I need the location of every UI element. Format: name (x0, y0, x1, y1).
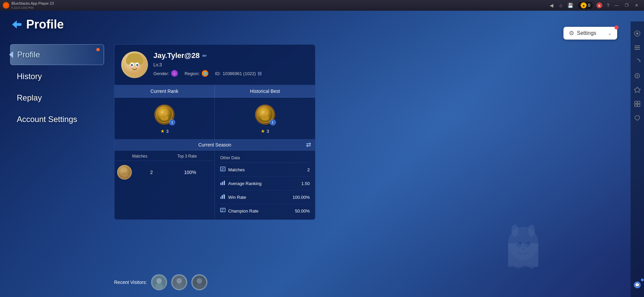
other-data-title: Other Data (220, 156, 240, 160)
back-button[interactable] (10, 19, 22, 30)
profile-info: Jay.Tyler@28 ✏ Lv.3 Gender: ♀ (153, 51, 308, 77)
avg-ranking-value: 1.50 (301, 181, 310, 186)
historical-rank-number-badge: I (270, 119, 276, 125)
stats-grid: Matches Top 3 Rate (114, 151, 315, 220)
svg-point-61 (522, 248, 525, 250)
visitor-2-avatar[interactable] (171, 274, 187, 290)
right-sidebar-icon-5[interactable] (632, 84, 643, 95)
matches-data-icon (220, 166, 226, 173)
profile-level: Lv.3 (153, 62, 308, 67)
svg-text:🌐: 🌐 (203, 71, 207, 76)
avatar (121, 51, 148, 78)
svg-rect-39 (224, 195, 225, 199)
visitor-1-avatar[interactable] (151, 274, 167, 290)
home-nav-icon[interactable]: ⌂ (557, 2, 564, 9)
copy-id-icon[interactable]: ⊟ (258, 71, 262, 76)
edit-profile-icon[interactable]: ✏ (202, 53, 207, 59)
svg-rect-36 (224, 181, 225, 185)
svg-point-21 (160, 115, 168, 121)
restore-button[interactable]: ❐ (622, 1, 631, 10)
sidebar-item-replay[interactable]: Replay (10, 88, 104, 108)
settings-button[interactable]: ⚙ Settings ⌄ (563, 27, 617, 40)
stats-data-row: 2 100% (114, 161, 214, 184)
champion-rate-icon (220, 207, 226, 214)
recent-visitors-section: Recent Visitors: (114, 274, 207, 290)
sidebar-item-history[interactable]: History (10, 66, 104, 86)
profile-name-row: Jay.Tyler@28 ✏ (153, 51, 308, 60)
right-sidebar-icon-6[interactable] (632, 99, 643, 109)
svg-point-46 (155, 284, 163, 289)
svg-marker-2 (12, 20, 17, 28)
svg-rect-74 (635, 104, 637, 107)
sidebar-history-label: History (17, 72, 42, 81)
region-label: Region: (185, 71, 200, 76)
sidebar-replay-label: Replay (17, 93, 42, 102)
profile-header: Jay.Tyler@28 ✏ Lv.3 Gender: ♀ (114, 45, 315, 85)
svg-point-29 (121, 172, 128, 177)
profile-username: Jay.Tyler@28 (153, 51, 200, 60)
recent-visitors-label: Recent Visitors: (114, 280, 147, 285)
right-sidebar-icon-3[interactable] (632, 56, 643, 67)
right-sidebar-icon-4[interactable] (632, 70, 643, 81)
svg-point-11 (136, 64, 138, 66)
coin-icon: ● (581, 2, 587, 8)
app-logo (3, 2, 9, 9)
svg-point-55 (511, 225, 518, 237)
svg-point-51 (197, 278, 202, 284)
svg-rect-3 (16, 23, 21, 26)
help-icon[interactable]: ? (604, 2, 612, 9)
svg-rect-34 (220, 183, 221, 185)
id-field: ID: 10386961 (1022) ⊟ (215, 71, 262, 76)
chat-button[interactable]: 💬 (632, 280, 643, 290)
right-sidebar-icon-2[interactable] (632, 42, 643, 53)
right-sidebar-icon-7[interactable] (632, 113, 643, 123)
right-sidebar-icon-1[interactable] (632, 28, 643, 39)
svg-rect-75 (638, 104, 640, 107)
matches-col-header: Matches (132, 154, 147, 159)
svg-point-63 (636, 33, 638, 35)
gender-field: Gender: ♀ (153, 70, 178, 77)
svg-point-25 (261, 115, 269, 121)
sidebar-notification-dot (96, 48, 100, 51)
current-rank-stars: ★ 3 (160, 128, 168, 134)
close-button[interactable]: ✕ (632, 1, 641, 10)
win-rate-label: Win Rate (228, 195, 246, 200)
svg-rect-38 (222, 196, 223, 199)
season-header: Current Season ⇄ (114, 139, 315, 151)
svg-point-12 (129, 66, 132, 69)
top3-col-header: Top 3 Rate (177, 154, 197, 159)
page-title: Profile (26, 17, 64, 32)
svg-point-49 (175, 284, 183, 289)
current-rank-icon: I (154, 105, 175, 125)
bluestacks-icon[interactable]: B (596, 2, 603, 9)
back-nav-icon[interactable]: ◀ (548, 2, 555, 9)
gender-label: Gender: (153, 71, 169, 76)
region-field: Region: 🌐 (185, 70, 208, 77)
stats-character-avatar (117, 165, 132, 180)
other-data-section: Other Data Matches (215, 151, 315, 220)
stats-left: Matches Top 3 Rate (114, 151, 215, 220)
rank-header: Current Rank Historical Best (114, 85, 315, 98)
minimize-button[interactable]: — (612, 1, 621, 10)
visitor-3-avatar[interactable] (191, 274, 207, 290)
other-data-header: Other Data (220, 153, 310, 163)
svg-rect-65 (635, 47, 640, 48)
season-title: Current Season (198, 142, 231, 147)
sidebar-item-profile[interactable]: Profile (10, 44, 104, 65)
save-nav-icon[interactable]: 💾 (566, 2, 574, 9)
sidebar-item-account-settings[interactable]: Account Settings (10, 109, 104, 129)
app-title: BlueStacks App Player 23 5.22.0.1102 P64 (11, 1, 548, 9)
svg-point-6 (126, 57, 131, 65)
top3-rate-value: 100% (184, 170, 196, 175)
svg-point-7 (138, 57, 143, 65)
matches-value: 2 (150, 170, 153, 175)
historical-best-header: Historical Best (215, 85, 315, 97)
sidebar: Profile History Replay Account Settings (10, 44, 104, 131)
historical-rank-icon: I (255, 105, 275, 125)
settings-chevron-icon: ⌄ (608, 31, 612, 36)
page-header: Profile (10, 17, 64, 32)
champion-rate-value: 50.00% (295, 209, 310, 214)
season-toggle-icon[interactable]: ⇄ (306, 141, 311, 148)
svg-text:B: B (598, 4, 601, 7)
matches-data-label: Matches (228, 167, 245, 172)
